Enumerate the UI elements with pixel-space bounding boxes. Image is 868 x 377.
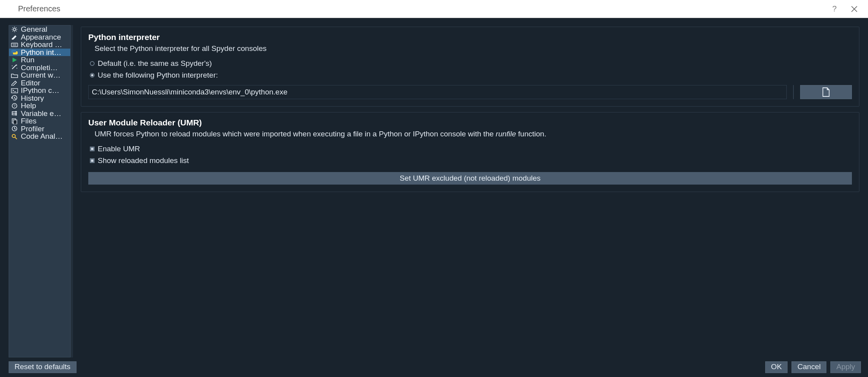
umr-description: UMR forces Python to reload modules whic… [88, 130, 852, 138]
terminal-icon [10, 87, 19, 94]
play-icon [10, 57, 19, 63]
sidebar-scrollbar[interactable] [71, 25, 73, 357]
sidebar-item[interactable]: Keyboard … [9, 41, 70, 49]
pencil-icon [10, 80, 19, 86]
sidebar-item-label: IPython c… [21, 87, 59, 94]
tree-icon [10, 110, 19, 116]
sidebar-item[interactable]: Code Anal… [9, 132, 70, 140]
help-icon: ? [10, 103, 19, 109]
interpreter-description: Select the Python interpreter for all Sp… [88, 44, 852, 53]
sidebar-item[interactable]: Python int… [9, 49, 70, 56]
sidebar-item-label: Keyboard … [21, 41, 62, 48]
interpreter-custom-label: Use the following Python interpreter: [98, 71, 218, 80]
help-icon[interactable]: ? [832, 4, 837, 13]
umr-title: User Module Reloader (UMR) [88, 118, 852, 127]
umr-group: User Module Reloader (UMR) UMR forces Py… [81, 112, 859, 192]
umr-enable-label: Enable UMR [98, 145, 140, 153]
svg-line-5 [13, 27, 13, 28]
sidebar-item-label: Code Anal… [21, 132, 63, 140]
sidebar-item-label: Completi… [21, 64, 58, 71]
svg-point-0 [13, 28, 16, 31]
svg-point-14 [16, 65, 17, 66]
umr-excluded-button[interactable]: Set UMR excluded (not reloaded) modules [88, 172, 852, 185]
interpreter-path-input[interactable] [88, 85, 787, 99]
sidebar-item-label: Profiler [21, 125, 44, 132]
radio-icon[interactable] [90, 73, 95, 78]
svg-line-13 [12, 65, 16, 69]
checkbox-icon[interactable] [90, 158, 95, 163]
radio-icon[interactable] [90, 61, 95, 66]
gear-icon [10, 26, 19, 33]
svg-point-16 [16, 68, 17, 69]
ok-button[interactable]: OK [765, 361, 788, 373]
file-icon [822, 87, 830, 97]
preferences-content: Python interpreter Select the Python int… [77, 25, 868, 357]
sidebar-item-label: Run [21, 56, 35, 63]
reset-defaults-button[interactable]: Reset to defaults [9, 361, 77, 373]
wand-icon [10, 64, 19, 71]
folder-icon [10, 72, 19, 78]
sidebar-item-label: Current w… [21, 71, 60, 79]
interpreter-custom-option[interactable]: Use the following Python interpreter: [88, 69, 852, 81]
preferences-sidebar: GeneralAppearanceKeyboard …Python int…Ru… [9, 25, 71, 357]
svg-rect-9 [12, 38, 13, 40]
files-icon [10, 118, 19, 124]
sidebar-item-label: Help [21, 102, 36, 109]
sidebar-item[interactable]: History [9, 94, 70, 102]
brush-icon [10, 34, 19, 40]
umr-show-option[interactable]: Show reloaded modules list [88, 155, 852, 167]
sidebar-item[interactable]: Files [9, 117, 70, 125]
svg-rect-27 [15, 114, 17, 116]
sidebar-item-label: Variable e… [21, 110, 61, 117]
interpreter-group: Python interpreter Select the Python int… [81, 27, 859, 107]
sidebar-item[interactable]: Appearance [9, 33, 70, 41]
sidebar-item[interactable]: ?Help [9, 102, 70, 110]
clock-icon [10, 125, 19, 132]
browse-button[interactable] [800, 85, 852, 99]
checkbox-icon[interactable] [90, 147, 95, 151]
svg-line-6 [16, 31, 17, 31]
interpreter-default-label: Default (i.e. the same as Spyder's) [98, 59, 212, 68]
apply-button[interactable]: Apply [830, 361, 861, 373]
sidebar-item[interactable]: Current w… [9, 71, 70, 79]
sidebar-item-label: History [21, 94, 44, 102]
svg-point-15 [12, 65, 13, 66]
sidebar-item[interactable]: General [9, 25, 70, 33]
svg-rect-29 [13, 120, 17, 124]
umr-enable-option[interactable]: Enable UMR [88, 143, 852, 155]
svg-point-31 [12, 134, 15, 138]
sidebar-item[interactable]: Profiler [9, 125, 70, 133]
sidebar-item[interactable]: Run [9, 56, 70, 64]
window-title: Preferences [18, 4, 832, 13]
python-icon [10, 49, 19, 55]
svg-rect-17 [11, 89, 18, 93]
history-icon [10, 95, 19, 101]
sidebar-item-label: Python int… [21, 49, 62, 56]
sidebar-item-label: General [21, 25, 47, 33]
svg-rect-26 [15, 113, 17, 114]
umr-show-label: Show reloaded modules list [98, 156, 189, 165]
svg-line-32 [15, 137, 17, 139]
svg-rect-25 [15, 111, 17, 112]
dialog-buttons: Reset to defaults OK Cancel Apply [0, 357, 868, 377]
svg-text:?: ? [13, 104, 15, 108]
cancel-button[interactable]: Cancel [791, 361, 826, 373]
titlebar: Preferences ? [0, 0, 868, 18]
separator [793, 85, 794, 99]
sidebar-item[interactable]: Variable e… [9, 110, 70, 118]
sidebar-item[interactable]: Editor [9, 79, 70, 87]
svg-rect-10 [11, 43, 18, 47]
close-icon[interactable] [851, 5, 858, 13]
sidebar-item-label: Appearance [21, 33, 61, 41]
search-icon [10, 133, 19, 140]
interpreter-title: Python interpreter [88, 33, 852, 42]
interpreter-default-option[interactable]: Default (i.e. the same as Spyder's) [88, 58, 852, 69]
sidebar-item-label: Files [21, 117, 36, 125]
svg-line-8 [13, 31, 13, 31]
sidebar-item-label: Editor [21, 79, 40, 87]
keyboard-icon [10, 42, 19, 48]
sidebar-item[interactable]: Completi… [9, 64, 70, 72]
svg-line-7 [16, 27, 17, 28]
sidebar-item[interactable]: IPython c… [9, 87, 70, 94]
